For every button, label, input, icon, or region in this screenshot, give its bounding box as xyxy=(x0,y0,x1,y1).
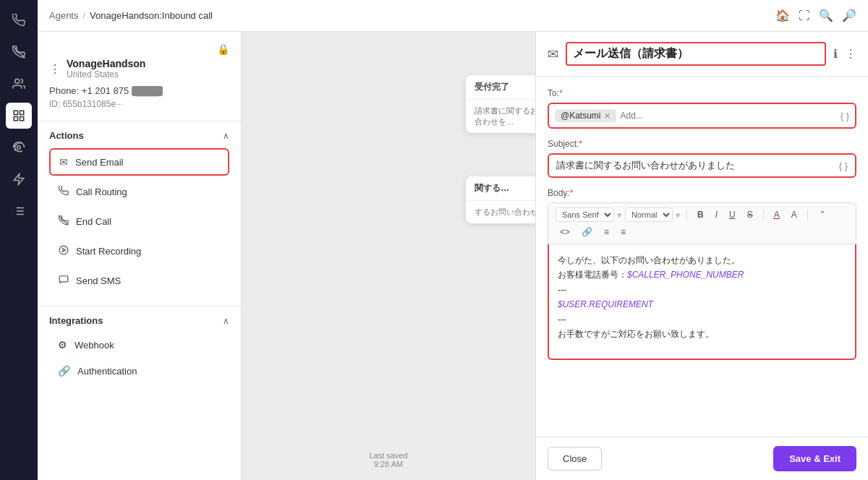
sidebar xyxy=(0,0,38,480)
svg-point-6 xyxy=(17,146,21,150)
subject-label: Subject:* xyxy=(548,139,856,149)
size-select[interactable]: Normal xyxy=(625,207,673,222)
svg-rect-5 xyxy=(20,117,24,121)
send-sms-icon xyxy=(59,275,69,287)
to-label: To:* xyxy=(548,88,856,98)
canvas-area: 受付完了 請求書に関するお問い合わせを… 関する… するお問い合わせで… ✉ メ… xyxy=(242,32,535,480)
action-call-routing[interactable]: Call Routing xyxy=(49,179,229,205)
body-line-1: 今しがた、以下のお問い合わせがありました。 xyxy=(558,253,846,267)
actions-chevron[interactable]: ∧ xyxy=(223,131,229,141)
integration-authentication[interactable]: 🔗 Authentication xyxy=(49,359,229,382)
to-add-input[interactable] xyxy=(621,111,836,121)
last-saved-time: 9:28 AM xyxy=(369,460,407,468)
sidebar-icon-star[interactable] xyxy=(6,134,32,160)
body-line-6: お手数ですがご対応をお願い致します。 xyxy=(558,327,846,341)
more-options-icon[interactable]: ⋮ xyxy=(845,47,856,61)
save-exit-button[interactable]: Save & Exit xyxy=(773,446,856,471)
send-sms-label: Send SMS xyxy=(76,275,121,286)
email-panel-footer: Close Save & Exit xyxy=(536,437,868,480)
subject-field: Subject:* 請求書に関するお問い合わせがありました { } xyxy=(548,139,856,178)
content-row: 🔒 ⋮ VonageHandson United States Phone: +… xyxy=(38,32,868,480)
integration-webhook[interactable]: ⚙ Webhook xyxy=(49,333,229,356)
send-email-label: Send Email xyxy=(75,157,123,168)
font-select[interactable]: Sans Serif xyxy=(556,207,614,222)
main-area: Agents / VonageHandson:Inbound call 🏠 ⛶ … xyxy=(38,0,868,480)
start-recording-label: Start Recording xyxy=(76,246,141,257)
last-saved-label: Last saved xyxy=(369,451,407,460)
authentication-icon: 🔗 xyxy=(58,365,70,377)
send-email-icon: ✉ xyxy=(59,156,68,168)
sidebar-icon-bolt[interactable] xyxy=(6,166,32,192)
authentication-label: Authentication xyxy=(77,366,137,377)
info-icon[interactable]: ℹ xyxy=(833,47,838,61)
left-panel: 🔒 ⋮ VonageHandson United States Phone: +… xyxy=(38,32,242,480)
body-line-3: --- xyxy=(558,283,846,297)
sidebar-icon-call2[interactable] xyxy=(6,39,32,65)
integrations-header: Integrations ∧ xyxy=(49,315,229,326)
quote-btn[interactable]: " xyxy=(817,207,828,222)
code-btn[interactable]: <> xyxy=(556,225,574,239)
sidebar-icon-users[interactable] xyxy=(6,71,32,97)
contact-name: VonageHandson xyxy=(67,58,145,69)
svg-marker-16 xyxy=(63,249,66,252)
close-button[interactable]: Close xyxy=(548,447,602,471)
call-routing-label: Call Routing xyxy=(76,187,127,197)
action-send-email[interactable]: ✉ Send Email xyxy=(49,148,229,176)
contact-menu-dots[interactable]: ⋮ xyxy=(49,62,61,76)
sidebar-icon-phone[interactable] xyxy=(6,7,32,33)
flow-node-uketsu[interactable]: 受付完了 請求書に関するお問い合わせを… xyxy=(466,75,535,133)
to-curly-braces[interactable]: { } xyxy=(841,111,849,121)
sidebar-icon-list[interactable] xyxy=(6,198,32,224)
call-routing-icon xyxy=(59,186,69,198)
breadcrumb-current: VonageHandson:Inbound call xyxy=(90,10,213,21)
end-call-label: End Call xyxy=(76,216,111,227)
to-field-wrapper[interactable]: @Katsumi ✕ { } xyxy=(548,103,856,129)
bold-btn[interactable]: B xyxy=(693,207,708,222)
sidebar-icon-grid[interactable] xyxy=(6,103,32,129)
svg-rect-3 xyxy=(20,111,24,114)
to-tag-text: @Katsumi xyxy=(561,111,601,121)
toolbar-divider2: ▾ xyxy=(676,210,681,220)
ordered-list-btn[interactable]: ≡ xyxy=(600,225,613,239)
phone-blur: ████ xyxy=(132,86,163,96)
contact-phone: Phone: +1 201 875 ████ xyxy=(49,85,229,96)
editor-toolbar: Sans Serif ▾ Normal ▾ B I U S A xyxy=(548,202,856,244)
to-tag-remove[interactable]: ✕ xyxy=(604,111,610,121)
highlight-btn[interactable]: A xyxy=(787,207,801,222)
contact-country: United States xyxy=(67,69,145,80)
font-color-btn[interactable]: A xyxy=(770,207,784,222)
home-icon[interactable]: 🏠 xyxy=(775,9,790,22)
lock-icon[interactable]: 🔒 xyxy=(217,43,229,55)
breadcrumb: Agents / VonageHandson:Inbound call xyxy=(49,10,770,21)
unordered-list-btn[interactable]: ≡ xyxy=(616,225,630,239)
strikethrough-btn[interactable]: S xyxy=(743,207,757,222)
integrations-chevron[interactable]: ∧ xyxy=(223,316,229,326)
underline-btn[interactable]: U xyxy=(725,207,740,222)
subject-text: 請求書に関するお問い合わせがありました xyxy=(556,159,839,172)
variable-caller-phone: $CALLER_PHONE_NUMBER xyxy=(627,270,744,280)
divider1 xyxy=(686,209,687,220)
svg-rect-17 xyxy=(59,276,68,282)
italic-btn[interactable]: I xyxy=(711,207,722,222)
body-line-5: --- xyxy=(558,312,846,327)
action-end-call[interactable]: End Call xyxy=(49,208,229,235)
zoom-icon[interactable]: 🔍 xyxy=(819,9,833,22)
subject-curly-braces[interactable]: { } xyxy=(839,160,848,171)
action-start-recording[interactable]: Start Recording xyxy=(49,238,229,265)
search-icon[interactable]: 🔎 xyxy=(842,9,856,22)
email-panel-title: メール送信（請求書） xyxy=(566,42,826,66)
body-field-wrapper[interactable]: 今しがた、以下のお問い合わせがありました。 お客様電話番号：$CALLER_PH… xyxy=(548,244,856,360)
body-field: Body:* Sans Serif ▾ Normal ▾ B I xyxy=(548,188,856,360)
right-panel: ✉ メール送信（請求書） ℹ ⋮ To:* @Katsumi xyxy=(535,32,868,480)
node-uketsu-body: 請求書に関するお問い合わせを… xyxy=(466,100,535,133)
action-send-sms[interactable]: Send SMS xyxy=(49,267,229,294)
top-bar-icons: 🏠 ⛶ 🔍 🔎 xyxy=(775,9,856,22)
flow-node-related[interactable]: 関する… するお問い合わせで… xyxy=(466,176,535,223)
subject-field-wrapper[interactable]: 請求書に関するお問い合わせがありました { } xyxy=(548,153,856,178)
svg-rect-2 xyxy=(14,111,17,114)
breadcrumb-root[interactable]: Agents xyxy=(49,10,78,21)
last-saved: Last saved 9:28 AM xyxy=(369,451,407,468)
link-btn[interactable]: 🔗 xyxy=(577,225,597,239)
expand-icon[interactable]: ⛶ xyxy=(799,9,810,22)
contact-id: ID: 655b131085e··· xyxy=(49,99,229,109)
